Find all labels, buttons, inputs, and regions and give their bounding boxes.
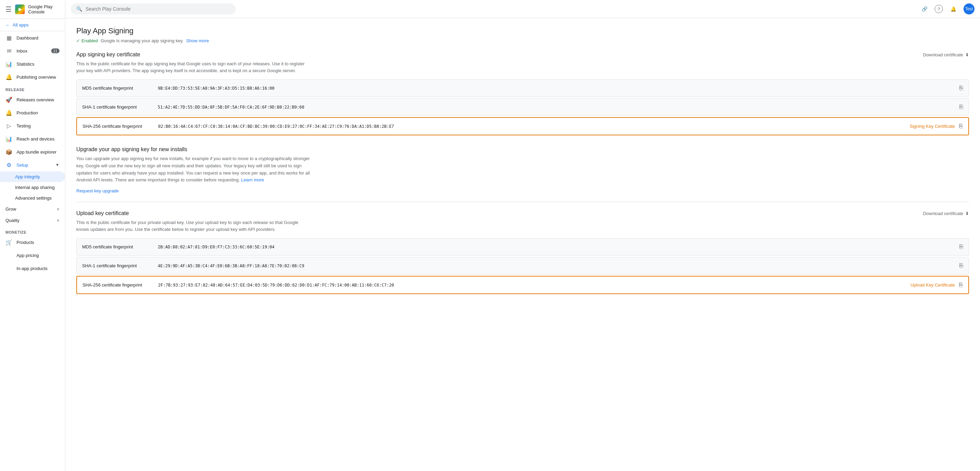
signing-sha256-label: SHA-256 certificate fingerprint — [83, 124, 158, 129]
sidebar-item-internal-sharing[interactable]: Internal app sharing — [0, 182, 65, 193]
upload-section: Upload key certificate Download certific… — [76, 210, 969, 294]
sidebar-item-in-app-products[interactable]: In-app products — [0, 262, 65, 275]
search-input[interactable] — [86, 6, 230, 12]
topbar: 🔍 🔗 ? 🔔 Test — [65, 0, 980, 18]
statistics-icon: 📊 — [5, 60, 13, 67]
copy-icon[interactable]: ⎘ — [959, 123, 963, 130]
setup-collapsible[interactable]: ⚙ Setup ▼ — [0, 159, 65, 171]
upload-key-badge: Upload Key Certificate — [910, 282, 955, 287]
section-divider — [76, 201, 969, 202]
gpc-title: Google Play Console — [28, 4, 59, 14]
signing-md5-label: MD5 certificate fingerprint — [82, 86, 158, 91]
back-arrow-icon: ← — [5, 22, 10, 27]
products-icon: 🛒 — [5, 239, 13, 246]
upload-sha256-row: SHA-256 certificate fingerprint 2F:7B:93… — [76, 276, 969, 294]
release-section-label: Release — [0, 84, 65, 93]
sidebar-item-advanced-settings[interactable]: Advanced settings — [0, 193, 65, 203]
copy-icon[interactable]: ⎘ — [959, 281, 963, 289]
copy-icon[interactable]: ⎘ — [959, 243, 963, 251]
pricing-icon — [5, 252, 13, 259]
signing-sha1-label: SHA-1 certificate fingerprint — [82, 105, 158, 109]
sidebar-item-dashboard[interactable]: ▦ Dashboard — [0, 31, 65, 44]
search-box[interactable]: 🔍 — [71, 3, 236, 14]
monetize-section-label: Monetize — [0, 226, 65, 236]
signing-sha1-row: SHA-1 certificate fingerprint 51:A2:4E:7… — [76, 98, 969, 116]
sidebar-item-publishing[interactable]: 🔔 Publishing overview — [0, 70, 65, 84]
copy-icon[interactable]: ⎘ — [959, 103, 963, 111]
topbar-actions: 🔗 ? 🔔 Test — [918, 3, 975, 15]
search-icon: 🔍 — [76, 6, 82, 12]
upgrade-desc: You can upgrade your app signing key for… — [76, 155, 310, 184]
dashboard-icon: ▦ — [5, 34, 13, 41]
enabled-badge: ✓ Enabled — [76, 38, 98, 43]
setup-chevron-icon: ▼ — [55, 162, 59, 167]
upload-md5-actions: ⎘ — [959, 243, 963, 251]
sidebar-item-products[interactable]: 🛒 Products — [0, 236, 65, 249]
download-upload-icon: ⬇ — [965, 211, 969, 216]
production-icon: 🔔 — [5, 109, 13, 116]
sidebar-item-testing[interactable]: ▷ Testing — [0, 119, 65, 132]
download-icon: ⬇ — [965, 52, 969, 57]
main-content: 🔍 🔗 ? 🔔 Test Play App Signing ✓ Enabled … — [65, 0, 980, 471]
upload-sha256-value: 2F:7B:93:27:93:E7:82:48:AD:64:57:EE:D4:0… — [158, 283, 905, 287]
signing-md5-row: MD5 certificate fingerprint 9B:E4:DD:73:… — [76, 79, 969, 97]
upgrade-title: Upgrade your app signing key for new ins… — [76, 146, 969, 152]
help-icon[interactable]: ? — [935, 5, 943, 13]
signing-sha256-row: SHA-256 certificate fingerprint 02:B0:16… — [76, 117, 969, 135]
upload-desc: This is the public certificate for your … — [76, 219, 310, 233]
signing-key-badge: Signing Key Certificate — [910, 124, 955, 129]
app-signing-desc: This is the public certificate for the a… — [76, 60, 310, 74]
sidebar-item-app-bundle[interactable]: 📦 App bundle explorer — [0, 145, 65, 159]
quality-collapsible[interactable]: Quality ∨ — [0, 215, 65, 226]
download-upload-cert-button[interactable]: Download certificate ⬇ — [923, 211, 969, 216]
setup-icon: ⚙ — [5, 162, 13, 168]
show-more-link[interactable]: Show more — [186, 38, 209, 43]
signing-sha1-value: 51:A2:4E:7D:55:DD:DA:8F:5B:DF:5A:F0:CA:2… — [158, 105, 954, 109]
signing-sha1-actions: ⎘ — [959, 103, 963, 111]
grow-label: Grow — [5, 206, 16, 212]
upload-sha256-actions: Upload Key Certificate ⎘ — [910, 281, 963, 289]
download-cert-button[interactable]: Download certificate ⬇ — [923, 52, 969, 57]
notifications-icon[interactable]: 🔔 — [947, 3, 959, 15]
all-apps-button[interactable]: ← All apps — [0, 19, 65, 31]
releases-icon: 🚀 — [5, 96, 13, 103]
enabled-row: ✓ Enabled Google is managing your app si… — [76, 38, 969, 43]
check-icon: ✓ — [76, 38, 80, 43]
inbox-icon: ✉ — [5, 48, 13, 54]
quality-chevron-icon: ∨ — [57, 218, 59, 223]
request-upgrade-link[interactable]: Request key upgrade — [76, 188, 119, 193]
upload-md5-label: MD5 certificate fingerprint — [82, 244, 158, 249]
gpc-logo: ▶ — [15, 5, 25, 14]
signing-md5-value: 9B:E4:DD:73:53:5E:A8:9A:3F:A3:D5:15:B8:A… — [158, 86, 954, 91]
app-signing-section: App signing key certificate Download cer… — [76, 52, 969, 135]
in-app-icon — [5, 265, 13, 272]
upload-sha1-label: SHA-1 certificate fingerprint — [82, 263, 158, 268]
signing-sha256-actions: Signing Key Certificate ⎘ — [910, 123, 963, 130]
quality-label: Quality — [5, 218, 19, 223]
reach-icon: 📊 — [5, 135, 13, 142]
bundle-icon: 📦 — [5, 148, 13, 155]
grow-collapsible[interactable]: Grow ∨ — [0, 203, 65, 215]
sidebar-item-statistics[interactable]: 📊 Statistics — [0, 57, 65, 70]
sidebar-item-releases-overview[interactable]: 🚀 Releases overview — [0, 93, 65, 106]
sidebar-item-inbox[interactable]: ✉ Inbox 11 — [0, 44, 65, 57]
sidebar-item-reach[interactable]: 📊 Reach and devices — [0, 132, 65, 145]
grow-chevron-icon: ∨ — [57, 207, 59, 211]
sidebar-item-production[interactable]: 🔔 Production — [0, 106, 65, 119]
sidebar-header: ☰ ▶ Google Play Console — [0, 0, 65, 19]
learn-more-link[interactable]: Learn more — [241, 177, 264, 182]
avatar[interactable]: Test — [964, 3, 975, 14]
upload-sha256-label: SHA-256 certificate fingerprint — [83, 282, 158, 287]
app-signing-title: App signing key certificate Download cer… — [76, 52, 969, 58]
copy-icon[interactable]: ⎘ — [959, 262, 963, 270]
page-title: Play App Signing — [76, 27, 969, 35]
upload-title: Upload key certificate Download certific… — [76, 210, 969, 216]
sidebar-item-app-integrity[interactable]: App integrity — [0, 171, 65, 182]
sidebar-item-app-pricing[interactable]: App pricing — [0, 249, 65, 262]
upgrade-section: Upgrade your app signing key for new ins… — [76, 146, 969, 193]
upload-md5-row: MD5 certificate fingerprint 2B:AD:88:02:… — [76, 238, 969, 255]
copy-icon[interactable]: ⎘ — [959, 84, 963, 92]
hamburger-icon[interactable]: ☰ — [5, 5, 12, 13]
link-icon[interactable]: 🔗 — [918, 3, 931, 15]
upload-sha1-value: 4E:29:9D:4F:A5:3B:C4:4F:E0:6B:3B:A8:FF:1… — [158, 263, 954, 268]
